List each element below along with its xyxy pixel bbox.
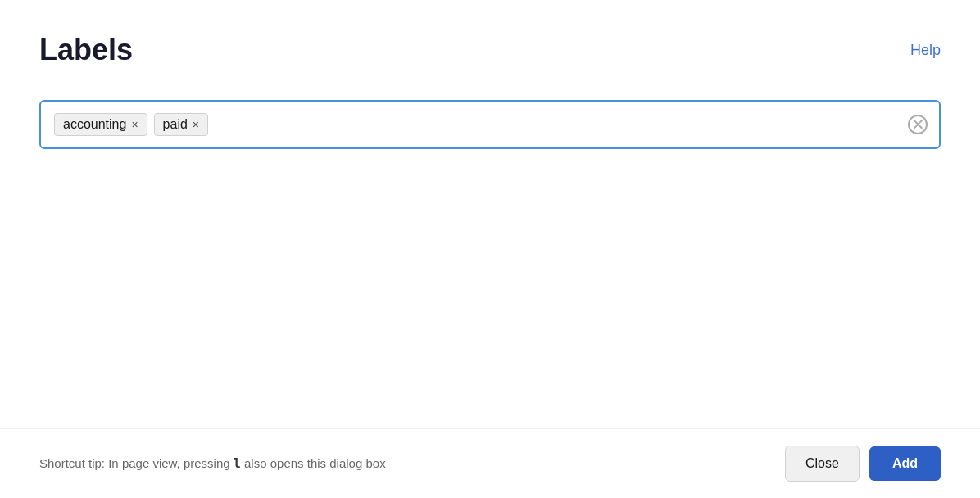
tag-accounting: accounting × — [54, 113, 147, 136]
help-link[interactable]: Help — [910, 42, 941, 59]
page-title: Labels — [39, 33, 133, 67]
footer-bar: Shortcut tip: In page view, pressing l a… — [0, 428, 980, 498]
close-button[interactable]: Close — [785, 446, 860, 482]
shortcut-tip: Shortcut tip: In page view, pressing l a… — [39, 456, 386, 471]
tag-accounting-label: accounting — [63, 117, 126, 132]
tag-paid-remove[interactable]: × — [193, 119, 199, 130]
shortcut-key: l — [234, 456, 241, 471]
footer-actions: Close Add — [785, 446, 941, 482]
shortcut-tip-prefix: Shortcut tip: In page view, pressing — [39, 456, 234, 470]
add-button[interactable]: Add — [869, 446, 941, 481]
clear-all-button[interactable]: ✕ — [908, 115, 928, 134]
tag-paid-label: paid — [163, 117, 188, 132]
tag-accounting-remove[interactable]: × — [131, 119, 138, 130]
tags-input-container[interactable]: accounting × paid × ✕ — [39, 100, 941, 149]
shortcut-tip-suffix: also opens this dialog box — [241, 456, 386, 470]
tag-paid: paid × — [154, 113, 208, 136]
